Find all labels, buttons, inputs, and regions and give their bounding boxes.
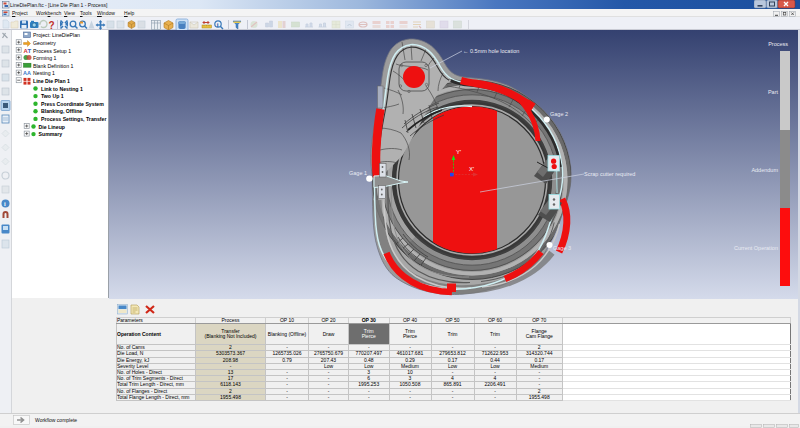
svg-text:X': X' [469, 166, 474, 172]
svg-text:Press Coordinate System: Press Coordinate System [41, 101, 104, 107]
svg-text:Link to Nesting 1: Link to Nesting 1 [41, 86, 83, 92]
svg-text:?: ? [49, 20, 55, 31]
svg-text:Gage 1: Gage 1 [349, 170, 367, 176]
svg-text:Process Settings, Transfer: Process Settings, Transfer [41, 116, 106, 122]
svg-text:Geometry: Geometry [33, 40, 56, 46]
svg-text:Forming 1: Forming 1 [33, 55, 56, 61]
svg-text:T: T [28, 48, 32, 54]
svg-text:← 0.5mm hole location: ← 0.5mm hole location [463, 48, 519, 54]
svg-text:Two Up 1: Two Up 1 [41, 93, 64, 99]
svg-text:Line Die Plan 1: Line Die Plan 1 [33, 78, 70, 84]
svg-text:Die Lineup: Die Lineup [39, 124, 66, 130]
svg-text:AA: AA [23, 70, 31, 76]
svg-text:Project: LineDiePlan: Project: LineDiePlan [33, 32, 80, 38]
svg-text:Scrap cutter required: Scrap cutter required [584, 171, 635, 177]
svg-text:Blank Definition 1: Blank Definition 1 [33, 63, 73, 69]
svg-text:Blanking, Offline: Blanking, Offline [41, 108, 82, 114]
svg-text:Nesting 1: Nesting 1 [33, 70, 55, 76]
svg-text:Process: Process [768, 41, 788, 47]
svg-text:Current Operation: Current Operation [734, 245, 778, 251]
svg-text:Summary: Summary [39, 131, 63, 137]
svg-text:Process Setup 1: Process Setup 1 [33, 48, 71, 54]
svg-text:i: i [217, 21, 219, 28]
svg-text:Gage 3: Gage 3 [553, 245, 571, 251]
svg-text:Y': Y' [456, 149, 461, 155]
svg-text:Part: Part [768, 89, 779, 95]
svg-text:Addendum: Addendum [751, 167, 778, 173]
svg-text:Gage 2: Gage 2 [550, 111, 568, 117]
